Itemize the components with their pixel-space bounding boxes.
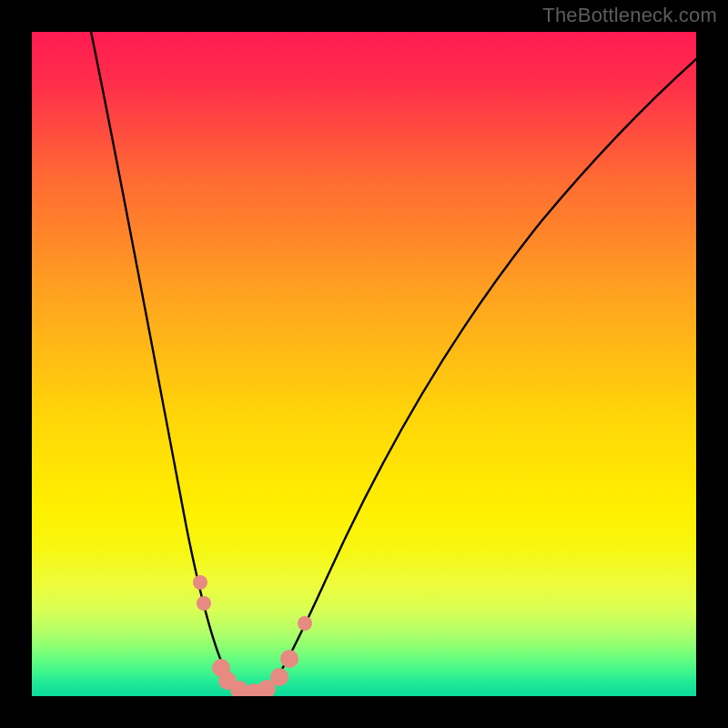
data-point-left-upper — [193, 575, 207, 590]
bottleneck-curve — [32, 32, 696, 696]
watermark-text: TheBottleneck.com — [542, 4, 717, 27]
chart-root: TheBottleneck.com — [0, 0, 728, 728]
data-point-right-upper — [298, 616, 312, 631]
data-point-bottom-7 — [280, 650, 298, 668]
data-point-bottom-6 — [270, 668, 288, 686]
data-point-left-mid — [197, 596, 211, 611]
plot-area — [32, 32, 696, 696]
